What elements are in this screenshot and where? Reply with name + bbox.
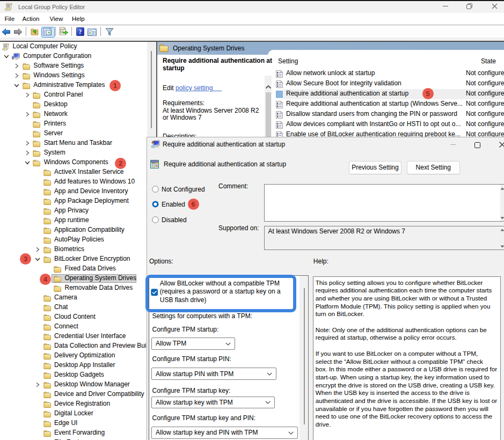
svg-text:?: ? [79, 28, 82, 35]
